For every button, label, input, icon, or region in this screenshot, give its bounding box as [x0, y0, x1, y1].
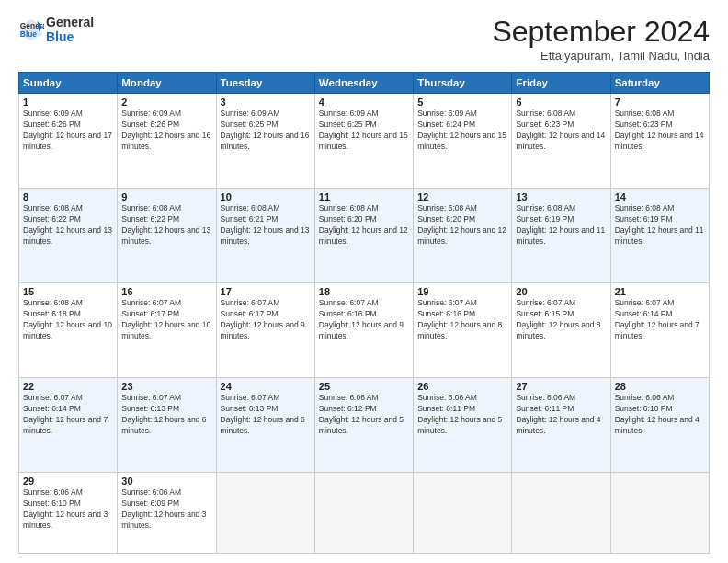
day-info: Sunrise: 6:08 AMSunset: 6:20 PMDaylight:… [319, 203, 409, 247]
day-number: 21 [615, 286, 705, 297]
day-info: Sunrise: 6:07 AMSunset: 6:17 PMDaylight:… [121, 298, 211, 342]
day-number: 26 [417, 381, 507, 392]
calendar-cell: 19Sunrise: 6:07 AMSunset: 6:16 PMDayligh… [414, 283, 512, 378]
calendar-cell [216, 473, 314, 554]
calendar-cell: 26Sunrise: 6:06 AMSunset: 6:11 PMDayligh… [414, 378, 512, 473]
day-info: Sunrise: 6:08 AMSunset: 6:18 PMDaylight:… [23, 298, 113, 342]
calendar-cell: 18Sunrise: 6:07 AMSunset: 6:16 PMDayligh… [314, 283, 413, 378]
svg-text:Blue: Blue [20, 29, 37, 39]
day-info: Sunrise: 6:09 AMSunset: 6:25 PMDaylight:… [319, 109, 409, 153]
day-number: 3 [221, 97, 311, 108]
week-row-1: 1Sunrise: 6:09 AMSunset: 6:26 PMDaylight… [19, 94, 710, 189]
day-number: 14 [615, 191, 705, 202]
calendar-cell [610, 473, 709, 554]
day-info: Sunrise: 6:07 AMSunset: 6:14 PMDaylight:… [615, 298, 705, 342]
day-info: Sunrise: 6:07 AMSunset: 6:13 PMDaylight:… [121, 393, 211, 437]
calendar-cell: 17Sunrise: 6:07 AMSunset: 6:17 PMDayligh… [216, 283, 314, 378]
calendar-cell: 25Sunrise: 6:06 AMSunset: 6:12 PMDayligh… [314, 378, 413, 473]
calendar-cell [512, 473, 610, 554]
calendar-cell: 6Sunrise: 6:08 AMSunset: 6:23 PMDaylight… [512, 94, 610, 189]
logo: General Blue General Blue [18, 15, 94, 44]
calendar-cell: 13Sunrise: 6:08 AMSunset: 6:19 PMDayligh… [512, 189, 610, 283]
day-info: Sunrise: 6:08 AMSunset: 6:23 PMDaylight:… [615, 109, 705, 153]
calendar-cell: 9Sunrise: 6:08 AMSunset: 6:22 PMDaylight… [118, 189, 216, 283]
day-number: 19 [417, 286, 507, 297]
calendar-cell: 11Sunrise: 6:08 AMSunset: 6:20 PMDayligh… [314, 189, 413, 283]
day-info: Sunrise: 6:06 AMSunset: 6:11 PMDaylight:… [417, 393, 507, 437]
day-info: Sunrise: 6:08 AMSunset: 6:20 PMDaylight:… [417, 203, 507, 247]
day-info: Sunrise: 6:08 AMSunset: 6:21 PMDaylight:… [221, 203, 311, 247]
col-tuesday: Tuesday [216, 73, 314, 94]
col-friday: Friday [512, 73, 610, 94]
day-info: Sunrise: 6:07 AMSunset: 6:15 PMDaylight:… [516, 298, 606, 342]
day-info: Sunrise: 6:06 AMSunset: 6:09 PMDaylight:… [121, 488, 211, 532]
day-info: Sunrise: 6:06 AMSunset: 6:10 PMDaylight:… [615, 393, 705, 437]
week-row-2: 8Sunrise: 6:08 AMSunset: 6:22 PMDaylight… [19, 189, 710, 283]
page: General Blue General Blue September 2024… [0, 0, 728, 563]
day-number: 9 [121, 191, 211, 202]
day-number: 4 [319, 97, 409, 108]
calendar-cell: 23Sunrise: 6:07 AMSunset: 6:13 PMDayligh… [118, 378, 216, 473]
day-info: Sunrise: 6:08 AMSunset: 6:23 PMDaylight:… [516, 109, 606, 153]
day-number: 24 [221, 381, 311, 392]
logo-blue-text: Blue [46, 29, 94, 44]
calendar-cell: 27Sunrise: 6:06 AMSunset: 6:11 PMDayligh… [512, 378, 610, 473]
day-number: 1 [23, 97, 113, 108]
logo-icon: General Blue [18, 17, 44, 42]
col-saturday: Saturday [610, 73, 709, 94]
header: General Blue General Blue September 2024… [18, 15, 710, 63]
day-info: Sunrise: 6:09 AMSunset: 6:24 PMDaylight:… [417, 109, 507, 153]
calendar-cell: 21Sunrise: 6:07 AMSunset: 6:14 PMDayligh… [610, 283, 709, 378]
month-year: September 2024 [492, 15, 710, 49]
day-number: 28 [615, 381, 705, 392]
day-number: 27 [516, 381, 606, 392]
day-info: Sunrise: 6:06 AMSunset: 6:12 PMDaylight:… [319, 393, 409, 437]
calendar-cell: 24Sunrise: 6:07 AMSunset: 6:13 PMDayligh… [216, 378, 314, 473]
calendar-cell: 29Sunrise: 6:06 AMSunset: 6:10 PMDayligh… [19, 473, 118, 554]
day-number: 16 [121, 286, 211, 297]
day-info: Sunrise: 6:09 AMSunset: 6:25 PMDaylight:… [221, 109, 311, 153]
calendar-cell: 1Sunrise: 6:09 AMSunset: 6:26 PMDaylight… [19, 94, 118, 189]
calendar-cell: 10Sunrise: 6:08 AMSunset: 6:21 PMDayligh… [216, 189, 314, 283]
calendar-cell: 7Sunrise: 6:08 AMSunset: 6:23 PMDaylight… [610, 94, 709, 189]
day-info: Sunrise: 6:06 AMSunset: 6:10 PMDaylight:… [23, 488, 113, 532]
calendar-header-row: Sunday Monday Tuesday Wednesday Thursday… [19, 73, 710, 94]
calendar-cell: 12Sunrise: 6:08 AMSunset: 6:20 PMDayligh… [414, 189, 512, 283]
day-number: 7 [615, 97, 705, 108]
week-row-5: 29Sunrise: 6:06 AMSunset: 6:10 PMDayligh… [19, 473, 710, 554]
calendar-cell [314, 473, 413, 554]
day-number: 30 [121, 476, 211, 487]
calendar-cell [414, 473, 512, 554]
day-number: 18 [319, 286, 409, 297]
day-number: 23 [121, 381, 211, 392]
day-info: Sunrise: 6:08 AMSunset: 6:22 PMDaylight:… [23, 203, 113, 247]
day-number: 25 [319, 381, 409, 392]
day-number: 10 [221, 191, 311, 202]
calendar-cell: 15Sunrise: 6:08 AMSunset: 6:18 PMDayligh… [19, 283, 118, 378]
day-number: 15 [23, 286, 113, 297]
week-row-3: 15Sunrise: 6:08 AMSunset: 6:18 PMDayligh… [19, 283, 710, 378]
calendar-cell: 20Sunrise: 6:07 AMSunset: 6:15 PMDayligh… [512, 283, 610, 378]
col-monday: Monday [118, 73, 216, 94]
day-info: Sunrise: 6:07 AMSunset: 6:13 PMDaylight:… [221, 393, 311, 437]
col-thursday: Thursday [414, 73, 512, 94]
day-info: Sunrise: 6:09 AMSunset: 6:26 PMDaylight:… [23, 109, 113, 153]
day-number: 6 [516, 97, 606, 108]
day-info: Sunrise: 6:06 AMSunset: 6:11 PMDaylight:… [516, 393, 606, 437]
calendar-cell: 2Sunrise: 6:09 AMSunset: 6:26 PMDaylight… [118, 94, 216, 189]
calendar-cell: 5Sunrise: 6:09 AMSunset: 6:24 PMDaylight… [414, 94, 512, 189]
day-info: Sunrise: 6:08 AMSunset: 6:22 PMDaylight:… [121, 203, 211, 247]
day-number: 8 [23, 191, 113, 202]
day-info: Sunrise: 6:07 AMSunset: 6:16 PMDaylight:… [319, 298, 409, 342]
day-number: 13 [516, 191, 606, 202]
calendar-cell: 4Sunrise: 6:09 AMSunset: 6:25 PMDaylight… [314, 94, 413, 189]
day-number: 11 [319, 191, 409, 202]
day-info: Sunrise: 6:08 AMSunset: 6:19 PMDaylight:… [615, 203, 705, 247]
calendar-table: Sunday Monday Tuesday Wednesday Thursday… [18, 72, 710, 554]
calendar-cell: 3Sunrise: 6:09 AMSunset: 6:25 PMDaylight… [216, 94, 314, 189]
day-number: 12 [417, 191, 507, 202]
logo-general-text: General [46, 15, 94, 29]
location: Ettaiyapuram, Tamil Nadu, India [492, 49, 710, 63]
day-number: 17 [221, 286, 311, 297]
day-number: 20 [516, 286, 606, 297]
